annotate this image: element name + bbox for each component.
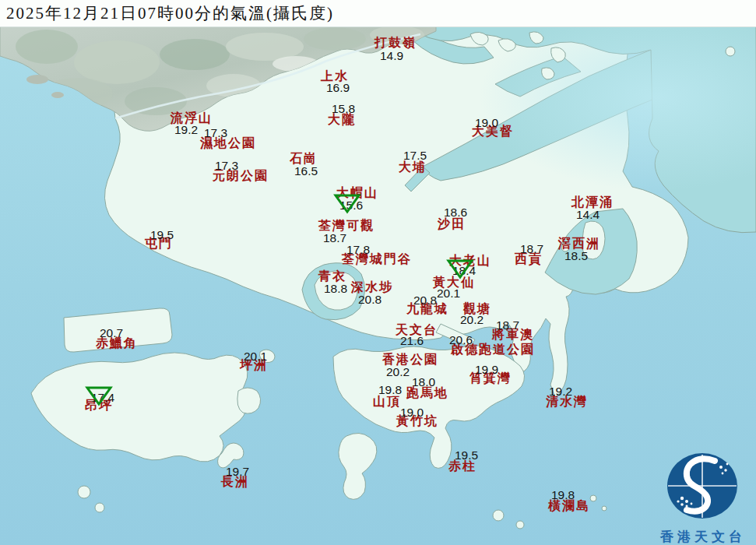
station-label: 北潭涌 (571, 196, 614, 209)
station-temp: 19.5 (150, 229, 174, 241)
station-temp: 19.8 (551, 489, 575, 501)
station-temp: 17.3 (215, 160, 238, 172)
station-label: 打鼓嶺 (374, 37, 417, 49)
station-temp: 19.0 (400, 406, 424, 419)
station-temp: 20.8 (413, 294, 437, 307)
station-label: 香港公園 (382, 353, 438, 366)
station-temp: 20.8 (358, 294, 382, 306)
station-label: 石崗 (290, 153, 318, 165)
station-label: 青衣 (318, 270, 346, 283)
station-marker-icon (333, 192, 361, 217)
station-temp: 18.7 (323, 232, 346, 244)
stations-layer: 打鼓嶺14.9上水16.9大隴15.8大美督19.0流浮山19.2濕地公園17.… (0, 0, 756, 545)
station-label: 滘西洲 (558, 237, 600, 250)
hko-logo: 香港天文台 HONG KONG OBSERVATORY (656, 450, 751, 545)
station-temp: 19.2 (549, 385, 572, 398)
station-label: 大隴 (328, 114, 356, 126)
title-bar: 2025年12月21日07時00分的氣溫(攝氏度) (0, 0, 756, 27)
hko-logo-icon (656, 450, 751, 523)
station-temp: 16.5 (294, 165, 318, 178)
station-temp: 20.1 (437, 287, 460, 300)
station-label: 沙田 (438, 218, 466, 230)
station-temp: 18.7 (496, 319, 519, 332)
station-label: 深水埗 (351, 281, 393, 294)
station-temp: 15.8 (332, 103, 355, 115)
station-label: 橫瀾島 (548, 500, 590, 512)
station-marker-icon (446, 258, 474, 283)
station-temp: 19.9 (475, 364, 498, 376)
station-temp: 19.8 (378, 384, 402, 396)
station-temp: 18.5 (564, 250, 588, 262)
station-label: 大埔 (399, 161, 427, 174)
station-temp: 16.9 (326, 82, 350, 94)
station-temp: 18.7 (520, 243, 543, 255)
station-temp: 20.7 (100, 327, 123, 339)
weather-temperature-map: 2025年12月21日07時00分的氣溫(攝氏度) 打鼓嶺14.9上水16.9大… (0, 0, 756, 545)
station-temp: 14.4 (576, 209, 600, 221)
station-label: 跑馬地 (406, 387, 448, 399)
station-temp: 19.0 (475, 117, 498, 129)
station-temp: 17.8 (346, 244, 370, 256)
station-temp: 18.6 (444, 206, 467, 219)
station-temp: 19.2 (174, 124, 198, 136)
station-label: 赤柱 (448, 460, 476, 473)
station-temp: 20.2 (460, 314, 483, 326)
station-temp: 20.1 (244, 350, 267, 363)
station-label: 荃灣可觀 (318, 220, 374, 232)
station-temp: 20.2 (386, 366, 410, 378)
station-marker-icon (85, 385, 113, 410)
station-temp: 18.8 (324, 283, 347, 295)
map-title: 2025年12月21日07時00分的氣溫(攝氏度) (0, 2, 334, 24)
station-temp: 21.6 (400, 335, 424, 347)
station-temp: 18.0 (412, 376, 435, 389)
station-temp: 19.5 (455, 449, 478, 462)
station-temp: 20.6 (449, 334, 473, 346)
station-temp: 17.3 (204, 127, 227, 139)
station-label: 山頂 (373, 396, 401, 408)
station-temp: 19.7 (226, 466, 249, 478)
hko-logo-name-zh: 香港天文台 (656, 528, 751, 545)
station-temp: 17.5 (403, 149, 427, 162)
station-temp: 14.9 (380, 50, 403, 62)
